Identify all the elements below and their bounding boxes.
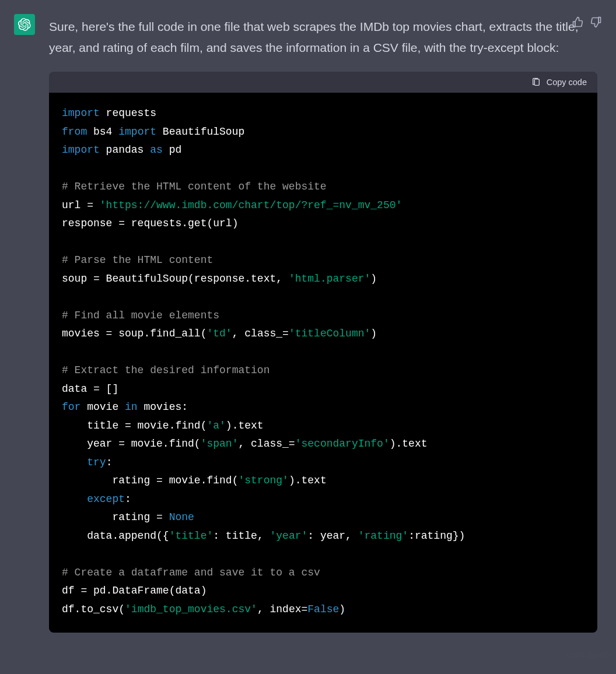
code-block-card: Copy code import requests from bs4 impor… bbox=[49, 72, 597, 633]
openai-logo-icon bbox=[18, 18, 31, 31]
feedback-buttons bbox=[572, 16, 602, 28]
code-block-header: Copy code bbox=[49, 72, 597, 93]
watermark-text: CSDN @pxr007 bbox=[566, 651, 612, 658]
clipboard-icon bbox=[531, 78, 541, 87]
thumbs-down-icon bbox=[590, 16, 602, 28]
copy-code-label: Copy code bbox=[547, 78, 587, 87]
assistant-intro-text: Sure, here's the full code in one file t… bbox=[49, 16, 597, 58]
code-block-body[interactable]: import requests from bs4 import Beautifu… bbox=[49, 93, 597, 633]
thumbs-down-button[interactable] bbox=[590, 16, 602, 28]
assistant-message-row: Sure, here's the full code in one file t… bbox=[0, 0, 616, 633]
svg-rect-0 bbox=[534, 79, 539, 86]
copy-code-button[interactable]: Copy code bbox=[531, 78, 587, 87]
thumbs-up-button[interactable] bbox=[572, 16, 583, 28]
thumbs-up-icon bbox=[572, 16, 583, 28]
assistant-avatar bbox=[14, 14, 35, 35]
message-content: Sure, here's the full code in one file t… bbox=[49, 14, 602, 633]
